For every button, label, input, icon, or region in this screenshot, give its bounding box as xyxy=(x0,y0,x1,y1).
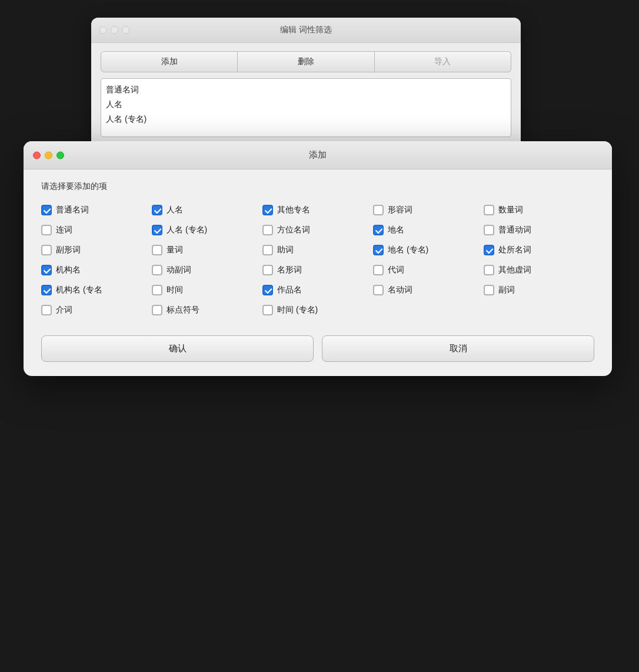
fg-close-button[interactable] xyxy=(33,151,41,159)
checkbox-item[interactable]: 副形词 xyxy=(41,245,152,255)
checkbox-box[interactable] xyxy=(484,285,494,295)
checkbox-box[interactable] xyxy=(373,205,384,215)
checkbox-box[interactable] xyxy=(152,285,162,295)
checkbox-item[interactable]: 连词 xyxy=(41,225,152,235)
checkbox-item[interactable]: 其他虚词 xyxy=(484,265,594,275)
checkbox-label: 时间 (专名) xyxy=(277,305,318,315)
checkbox-item[interactable]: 人名 xyxy=(152,205,262,215)
checkbox-box[interactable] xyxy=(262,305,273,315)
checkbox-box[interactable] xyxy=(262,205,273,215)
checkbox-row: 介词标点符号时间 (专名) xyxy=(41,305,594,315)
checkbox-item[interactable]: 人名 (专名) xyxy=(152,225,262,235)
checkbox-box[interactable] xyxy=(41,225,52,235)
checkbox-label: 普通动词 xyxy=(498,225,531,235)
checkbox-box[interactable] xyxy=(262,245,273,255)
checkbox-item[interactable]: 普通动词 xyxy=(484,225,594,235)
list-item[interactable]: 人名 (专名) xyxy=(106,112,506,127)
checkbox-row: 机构名 (专名时间作品名名动词副词 xyxy=(41,285,594,295)
checkbox-label: 其他专名 xyxy=(277,205,310,215)
checkbox-label: 其他虚词 xyxy=(498,265,531,275)
checkbox-label: 量词 xyxy=(167,245,183,255)
checkbox-item[interactable]: 地名 (专名) xyxy=(373,245,484,255)
checkbox-label: 时间 xyxy=(167,285,183,295)
fg-fullscreen-button[interactable] xyxy=(56,151,64,159)
checkbox-label: 助词 xyxy=(277,245,294,255)
checkbox-row: 副形词量词助词地名 (专名)处所名词 xyxy=(41,245,594,255)
fg-minimize-button[interactable] xyxy=(45,151,52,159)
checkbox-box[interactable] xyxy=(152,205,162,215)
checkbox-item[interactable]: 其他专名 xyxy=(262,205,373,215)
fg-buttons: 确认 取消 xyxy=(41,335,594,362)
checkbox-row: 机构名动副词名形词代词其他虚词 xyxy=(41,265,594,275)
checkbox-box[interactable] xyxy=(41,265,52,275)
checkbox-box[interactable] xyxy=(152,245,162,255)
checkbox-box[interactable] xyxy=(262,265,273,275)
bg-add-button[interactable]: 添加 xyxy=(101,51,238,72)
checkbox-item[interactable]: 量词 xyxy=(152,245,262,255)
checkbox-item[interactable]: 标点符号 xyxy=(152,305,262,315)
checkbox-item[interactable]: 名形词 xyxy=(262,265,373,275)
checkbox-label: 副形词 xyxy=(56,245,81,255)
checkbox-item[interactable]: 时间 xyxy=(152,285,262,295)
checkbox-label: 方位名词 xyxy=(277,225,310,235)
list-item[interactable]: 普通名词 xyxy=(106,82,506,97)
checkbox-item[interactable]: 助词 xyxy=(262,245,373,255)
checkbox-row: 普通名词人名其他专名形容词数量词 xyxy=(41,205,594,215)
checkbox-item[interactable]: 动副词 xyxy=(152,265,262,275)
checkbox-label: 人名 (专名) xyxy=(167,225,207,235)
list-item[interactable]: 人名 xyxy=(106,97,506,112)
checkbox-box[interactable] xyxy=(152,225,162,235)
checkbox-item[interactable]: 机构名 (专名 xyxy=(41,285,152,295)
fg-content: 请选择要添加的项 普通名词人名其他专名形容词数量词连词人名 (专名)方位名词地名… xyxy=(24,169,612,335)
checkbox-label: 作品名 xyxy=(277,285,302,295)
bg-close-button[interactable] xyxy=(99,26,107,34)
checkbox-item[interactable]: 地名 xyxy=(373,225,484,235)
checkbox-label: 代词 xyxy=(388,265,404,275)
bg-delete-button[interactable]: 删除 xyxy=(238,51,374,72)
checkbox-item[interactable]: 介词 xyxy=(41,305,152,315)
checkbox-box[interactable] xyxy=(41,305,52,315)
checkbox-box[interactable] xyxy=(373,225,384,235)
checkbox-box[interactable] xyxy=(152,265,162,275)
checkbox-box[interactable] xyxy=(262,285,273,295)
checkbox-item[interactable]: 名动词 xyxy=(373,285,484,295)
checkbox-box[interactable] xyxy=(41,285,52,295)
checkbox-item[interactable]: 普通名词 xyxy=(41,205,152,215)
bg-toolbar: 添加 删除 导入 xyxy=(101,51,511,72)
foreground-dialog: 添加 请选择要添加的项 普通名词人名其他专名形容词数量词连词人名 (专名)方位名… xyxy=(24,141,612,376)
checkbox-item[interactable]: 处所名词 xyxy=(484,245,594,255)
checkbox-box[interactable] xyxy=(41,245,52,255)
checkbox-item[interactable]: 代词 xyxy=(373,265,484,275)
fg-title: 添加 xyxy=(309,149,327,159)
fg-cancel-button[interactable]: 取消 xyxy=(322,335,594,362)
checkbox-item[interactable]: 数量词 xyxy=(484,205,594,215)
checkbox-label: 地名 (专名) xyxy=(388,245,428,255)
checkbox-box[interactable] xyxy=(484,225,494,235)
fg-confirm-button[interactable]: 确认 xyxy=(41,335,314,362)
bg-minimize-button[interactable] xyxy=(111,26,118,34)
checkbox-item[interactable]: 时间 (专名) xyxy=(262,305,373,315)
checkbox-label: 名形词 xyxy=(277,265,302,275)
checkbox-item[interactable]: 机构名 xyxy=(41,265,152,275)
checkbox-grid: 普通名词人名其他专名形容词数量词连词人名 (专名)方位名词地名普通动词副形词量词… xyxy=(41,205,594,315)
checkbox-box[interactable] xyxy=(373,285,384,295)
checkbox-item[interactable]: 副词 xyxy=(484,285,594,295)
checkbox-box[interactable] xyxy=(373,245,384,255)
bg-list: 普通名词 人名 人名 (专名) xyxy=(101,78,511,137)
checkbox-label: 形容词 xyxy=(388,205,412,215)
checkbox-box[interactable] xyxy=(41,205,52,215)
checkbox-box[interactable] xyxy=(484,265,494,275)
checkbox-box[interactable] xyxy=(152,305,162,315)
checkbox-item[interactable]: 作品名 xyxy=(262,285,373,295)
checkbox-item[interactable]: 方位名词 xyxy=(262,225,373,235)
bg-import-button[interactable]: 导入 xyxy=(375,51,511,72)
fg-title-bar: 添加 xyxy=(24,141,612,169)
checkbox-box[interactable] xyxy=(373,265,384,275)
checkbox-label: 介词 xyxy=(56,305,72,315)
bg-fullscreen-button[interactable] xyxy=(122,26,129,34)
checkbox-box[interactable] xyxy=(484,245,494,255)
checkbox-box[interactable] xyxy=(262,225,273,235)
checkbox-item[interactable]: 形容词 xyxy=(373,205,484,215)
bg-traffic-lights xyxy=(99,26,129,34)
checkbox-box[interactable] xyxy=(484,205,494,215)
